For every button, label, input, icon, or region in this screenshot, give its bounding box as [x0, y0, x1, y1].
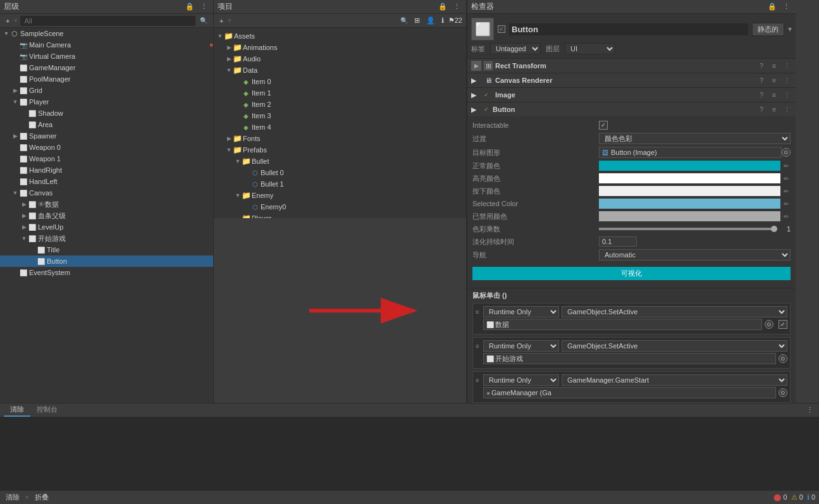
file-bullet0[interactable]: ⬡ Bullet 0 [214, 167, 466, 178]
event1-runtime-select[interactable]: Runtime Only [483, 306, 559, 317]
file-item1[interactable]: ◆ Item 1 [214, 87, 466, 99]
file-item3[interactable]: ◆ Item 3 [214, 110, 466, 121]
static-button[interactable]: 静态的 [752, 23, 784, 36]
event3-runtime-select[interactable]: Runtime Only [483, 374, 559, 386]
hierarchy-lock-btn[interactable]: 🔒 [183, 3, 196, 11]
image-menu-icon[interactable]: ⋮ [782, 90, 792, 100]
folder-audio[interactable]: ▶ 📁 Audio [214, 53, 466, 65]
canvas-renderer-menu-icon[interactable]: ⋮ [782, 75, 792, 85]
file-item4[interactable]: ◆ Item 4 [214, 121, 466, 133]
canvas-renderer-help-icon[interactable]: ? [756, 75, 767, 85]
tree-item-pool-manager[interactable]: ⬜ PoolManager [0, 73, 213, 85]
tree-item-health[interactable]: ▶ ⬜ 血条父级 [0, 210, 213, 221]
layer-select[interactable]: UI [565, 43, 615, 54]
hierarchy-menu-btn[interactable]: ⋮ [199, 3, 209, 11]
fade-duration-input[interactable] [599, 237, 637, 247]
button-section-header[interactable]: ▶ ✓ Button ? ≡ ⋮ [467, 102, 796, 116]
canvas-renderer-settings-icon[interactable]: ≡ [769, 75, 779, 85]
interactable-checkbox[interactable]: ✓ [599, 121, 608, 130]
tree-item-main-camera[interactable]: 📷 Main Camera ■ [0, 39, 213, 51]
rect-transform-header[interactable]: ▶ ⊞ Rect Transform ? ≡ ⋮ [467, 59, 796, 73]
pressed-color-field[interactable] [599, 186, 780, 196]
tree-item-area[interactable]: ⬜ Area [0, 119, 213, 130]
folder-fonts[interactable]: ▶ 📁 Fonts [214, 133, 466, 144]
rect-transform-settings-icon[interactable]: ≡ [769, 61, 779, 71]
static-dropdown-icon[interactable]: ▾ [788, 25, 792, 34]
inspector-lock-btn[interactable]: 🔒 [766, 3, 779, 11]
tree-item-player[interactable]: ▼ ⬜ Player [0, 96, 213, 108]
tree-item-grid[interactable]: ▶ ⬜ Grid [0, 85, 213, 96]
folder-bullet[interactable]: ▼ 📁 Bullet [214, 156, 466, 167]
navigation-select[interactable]: Automatic [599, 249, 791, 261]
event2-obj-field[interactable]: ⬜ 开始游戏 [483, 353, 776, 364]
target-graphic-ref[interactable]: 🖼 Button (Image) [599, 147, 782, 158]
tree-item-levelup[interactable]: ▶ ⬜ LevelUp [0, 221, 213, 233]
folder-player-proj[interactable]: 📁 Player [214, 212, 466, 218]
file-item2[interactable]: ◆ Item 2 [214, 99, 466, 110]
tree-item-hand-left[interactable]: ⬜ HandLeft [0, 176, 213, 187]
hierarchy-search[interactable] [20, 16, 195, 26]
rect-transform-help-icon[interactable]: ? [756, 61, 767, 71]
color-multiplier-slider[interactable] [599, 228, 774, 230]
image-settings-icon[interactable]: ≡ [769, 90, 779, 100]
project-menu-btn[interactable]: ⋮ [452, 3, 462, 11]
tree-item-button[interactable]: ⬜ Button [0, 255, 213, 267]
tree-item-game-manager[interactable]: ⬜ GameManager [0, 62, 213, 73]
folder-animations[interactable]: ▶ 📁 Animations [214, 42, 466, 53]
button-settings-icon[interactable]: ≡ [769, 104, 779, 114]
event2-method-select[interactable]: GameObject.SetActive [562, 340, 787, 352]
tab-color-palette[interactable]: 清除 [4, 403, 30, 417]
tree-item-hand-right[interactable]: ⬜ HandRight [0, 164, 213, 176]
selected-color-edit-icon[interactable]: ✏ [782, 199, 791, 208]
project-lock-btn[interactable]: 🔒 [436, 3, 449, 11]
selected-color-field[interactable] [599, 199, 780, 209]
image-header[interactable]: ▶ ✓ Image ? ≡ ⋮ [467, 88, 796, 102]
normal-color-field[interactable] [599, 161, 780, 171]
tag-select[interactable]: Untagged [490, 43, 541, 54]
transition-select[interactable]: 颜色色彩 [599, 133, 791, 144]
highlight-color-edit-icon[interactable]: ✏ [782, 174, 791, 183]
folder-assets[interactable]: ▼ 📁 Assets [214, 30, 466, 42]
tree-item-weapon1[interactable]: ⬜ Weapon 1 [0, 153, 213, 164]
hierarchy-add-btn[interactable]: + [4, 17, 11, 25]
object-name-input[interactable] [509, 23, 748, 35]
tree-item-sample-scene[interactable]: ▼ ⬡ SampleScene [0, 28, 213, 39]
tree-item-start-game[interactable]: ▼ ⬜ 开始游戏 [0, 233, 213, 244]
console-menu-btn[interactable]: ⋮ [804, 406, 815, 414]
inspector-menu-btn[interactable]: ⋮ [781, 3, 792, 11]
tree-item-title[interactable]: ⬜ Title [0, 244, 213, 255]
tree-item-spawner[interactable]: ▶ ⬜ Spawner [0, 130, 213, 142]
visualize-button[interactable]: 可视化 [472, 267, 791, 280]
normal-color-edit-icon[interactable]: ✏ [782, 161, 791, 170]
tree-item-numbers[interactable]: ▶ ⬜ 👁 数据 [0, 199, 213, 210]
tab-console[interactable]: 控制台 [30, 403, 64, 417]
object-active-checkbox[interactable]: ✓ [498, 25, 505, 33]
tree-item-eventsystem[interactable]: ⬜ EventSystem [0, 267, 213, 278]
event1-obj-pick-btn[interactable]: ⊙ [765, 320, 773, 329]
file-item0[interactable]: ◆ Item 0 [214, 76, 466, 87]
project-view-btn1[interactable]: ⊞ [412, 16, 422, 25]
target-graphic-pick-btn[interactable]: ⊙ [782, 148, 791, 157]
button-menu-icon[interactable]: ⋮ [782, 104, 792, 114]
event1-obj-field[interactable]: ⬜ 数据 [483, 319, 762, 330]
highlight-color-field[interactable] [599, 173, 780, 183]
tree-item-weapon0[interactable]: ⬜ Weapon 0 [0, 142, 213, 153]
folder-data[interactable]: ▼ 📁 Data [214, 65, 466, 76]
hierarchy-filter-btn[interactable]: 🔍 [198, 17, 209, 24]
file-enemy0[interactable]: ⬡ Enemy0 [214, 201, 466, 212]
event3-method-select[interactable]: GameManager.GameStart [562, 374, 787, 386]
console-collapse-btn[interactable]: 折叠 [33, 493, 51, 502]
image-help-icon[interactable]: ? [756, 90, 767, 100]
project-search-btn[interactable]: 🔍 [398, 17, 410, 24]
tree-item-shadow[interactable]: ⬜ Shadow [0, 108, 213, 119]
disabled-color-edit-icon[interactable]: ✏ [782, 212, 791, 221]
folder-enemy[interactable]: ▼ 📁 Enemy [214, 190, 466, 201]
tree-item-canvas[interactable]: ▼ ⬜ Canvas [0, 187, 213, 199]
project-add-btn[interactable]: + [218, 17, 225, 25]
rect-transform-menu-icon[interactable]: ⋮ [782, 61, 792, 71]
disabled-color-field[interactable] [599, 211, 780, 221]
folder-prefabs[interactable]: ▼ 📁 Prefabs [214, 144, 466, 156]
console-clear-btn[interactable]: 清除 [4, 493, 22, 502]
button-help-icon[interactable]: ? [756, 104, 767, 114]
event3-obj-field[interactable]: ● GameManager (Ga [483, 387, 776, 398]
